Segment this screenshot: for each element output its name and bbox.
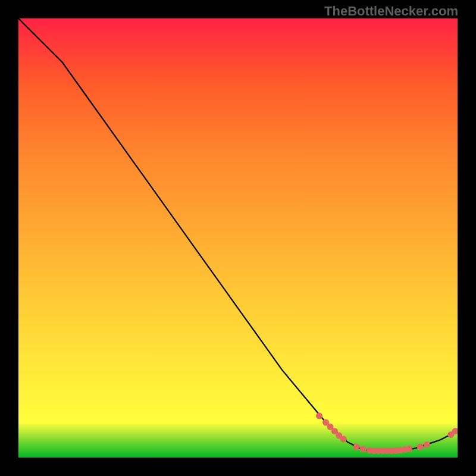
gradient-background bbox=[18, 18, 458, 458]
chart-container: TheBottleNecker.com bbox=[0, 0, 476, 476]
attribution-label: TheBottleNecker.com bbox=[324, 4, 458, 19]
